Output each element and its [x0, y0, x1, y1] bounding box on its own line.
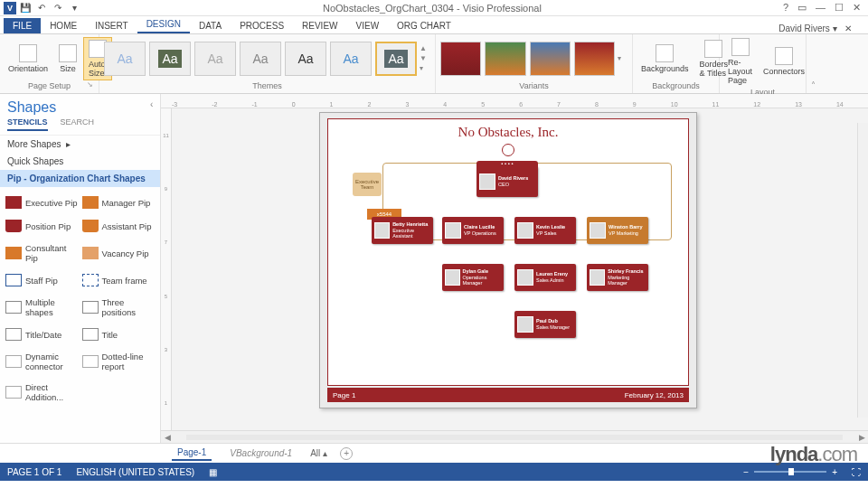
shapes-panel: Shapes ‹ STENCILS SEARCH More Shapes ▸ Q…: [0, 94, 161, 443]
shape-master[interactable]: Position Pip: [4, 214, 80, 238]
minimize-icon[interactable]: —: [816, 2, 826, 14]
shape-master[interactable]: Manager Pip: [80, 191, 157, 214]
shape-master[interactable]: Dynamic connector: [4, 346, 80, 377]
shape-master-icon: [82, 220, 99, 232]
photo-placeholder: [517, 222, 533, 239]
node-vp[interactable]: Kevin LeslieVP Sales: [514, 217, 576, 244]
node-ceo[interactable]: David RiversCEO: [476, 166, 538, 197]
variant-gallery-more-icon[interactable]: ▾: [618, 54, 621, 62]
quick-shapes[interactable]: Quick Shapes: [0, 153, 160, 170]
status-language[interactable]: ENGLISH (UNITED STATES): [76, 467, 194, 477]
shape-master[interactable]: Multiple shapes: [4, 292, 80, 323]
theme-item[interactable]: Aa: [330, 42, 372, 76]
qat-undo-icon[interactable]: ↶: [34, 2, 49, 14]
macro-record-icon[interactable]: ▦: [209, 467, 217, 477]
qat-save-icon[interactable]: 💾: [18, 2, 33, 14]
theme-item[interactable]: Aa: [104, 42, 146, 76]
connectors-button[interactable]: Connectors: [759, 45, 809, 78]
scrollbar-vertical[interactable]: [857, 123, 868, 418]
qat-customize-icon[interactable]: ▾: [67, 2, 81, 14]
variant-item[interactable]: [485, 42, 525, 76]
shapes-collapse-icon[interactable]: ‹: [150, 99, 153, 109]
node-manager[interactable]: Lauren ErenySales Admin: [514, 264, 576, 291]
shape-master[interactable]: Title: [80, 323, 157, 346]
help-icon[interactable]: ?: [783, 2, 788, 14]
shape-master-icon: [82, 196, 99, 209]
node-assistant[interactable]: Betty HenriettaExecutive Assistant: [372, 217, 433, 244]
theme-item-selected[interactable]: Aa: [375, 42, 417, 76]
shapes-tab-stencils[interactable]: STENCILS: [7, 117, 48, 131]
shape-master-icon: [5, 355, 22, 368]
photo-placeholder: [590, 222, 606, 239]
variant-item[interactable]: [574, 42, 615, 76]
tab-review[interactable]: REVIEW: [293, 18, 346, 33]
shape-master[interactable]: Dotted-line report: [80, 346, 157, 377]
backgrounds-button[interactable]: Backgrounds: [637, 42, 693, 75]
tab-data[interactable]: DATA: [190, 18, 231, 33]
tab-home[interactable]: HOME: [41, 18, 86, 33]
status-bar: PAGE 1 OF 1 ENGLISH (UNITED STATES) ▦ −+…: [0, 463, 868, 481]
shape-master-label: Three positions: [102, 297, 156, 317]
more-shapes[interactable]: More Shapes ▸: [0, 136, 160, 153]
tab-view[interactable]: VIEW: [347, 18, 389, 33]
add-page-icon[interactable]: +: [340, 447, 353, 460]
theme-gallery-down-icon[interactable]: ▼: [420, 54, 430, 62]
fit-page-icon[interactable]: ⛶: [852, 467, 861, 477]
shape-master-label: Executive Pip: [25, 198, 78, 208]
group-backgrounds: Backgrounds: [637, 80, 715, 91]
theme-gallery-up-icon[interactable]: ▲: [420, 44, 430, 52]
shape-master-icon: [82, 355, 99, 368]
photo-placeholder: [445, 269, 460, 286]
shape-master[interactable]: Executive Pip: [4, 191, 80, 214]
page-tab-vbackground[interactable]: VBackground-1: [224, 446, 297, 460]
scrollbar-horizontal[interactable]: ◀▶: [161, 430, 868, 443]
shapes-tab-search[interactable]: SEARCH: [61, 117, 95, 131]
tab-process[interactable]: PROCESS: [231, 18, 293, 33]
node-manager[interactable]: Shirley FrancisMarketing Manager: [587, 264, 648, 291]
page-tab-all[interactable]: All ▴: [310, 448, 327, 458]
shape-master[interactable]: Direct Addition...: [4, 377, 80, 408]
node-manager[interactable]: Dylan GaleOperations Manager: [442, 264, 504, 291]
shape-master[interactable]: Consultant Pip: [4, 238, 80, 268]
shape-master-label: Consultant Pip: [25, 243, 79, 263]
shape-master-icon: [82, 274, 99, 286]
close-icon[interactable]: ✕: [853, 2, 861, 14]
shape-master-label: Direct Addition...: [25, 382, 79, 402]
tab-file[interactable]: FILE: [4, 18, 41, 33]
variant-item[interactable]: [530, 42, 571, 76]
tab-design[interactable]: DESIGN: [137, 16, 190, 33]
relayout-button[interactable]: Re-Layout Page: [723, 36, 757, 87]
shape-master-icon: [5, 220, 22, 232]
shape-master[interactable]: Team frame: [80, 268, 157, 292]
page-setup-dialog-icon[interactable]: ↘: [87, 80, 93, 89]
maximize-icon[interactable]: ☐: [835, 2, 844, 14]
shape-master[interactable]: Assistant Pip: [80, 214, 157, 238]
status-page[interactable]: PAGE 1 OF 1: [7, 467, 61, 477]
collapse-ribbon-icon[interactable]: ˄: [807, 34, 819, 93]
orientation-button[interactable]: Orientation: [4, 42, 52, 75]
page-tab-1[interactable]: Page-1: [172, 446, 212, 461]
node-vp[interactable]: Winston BarryVP Marketing: [587, 217, 648, 244]
shape-master[interactable]: Vacancy Pip: [80, 238, 157, 268]
signed-in-user[interactable]: David Rivers ▾ ✕: [778, 23, 868, 33]
theme-item[interactable]: Aa: [240, 42, 281, 76]
zoom-slider[interactable]: −+: [743, 467, 837, 477]
shape-master[interactable]: Title/Date: [4, 323, 80, 346]
shape-master-icon: [82, 247, 99, 259]
drawing-page[interactable]: No Obstacles, Inc. Executive Team x5544 …: [319, 112, 697, 408]
theme-item[interactable]: Aa: [149, 42, 191, 76]
tab-orgchart[interactable]: ORG CHART: [388, 18, 460, 33]
theme-gallery-more-icon[interactable]: ▾: [420, 64, 430, 72]
size-button[interactable]: Size: [54, 42, 81, 75]
variant-item[interactable]: [440, 42, 481, 76]
ribbon-display-icon[interactable]: ▭: [797, 2, 807, 14]
shape-master[interactable]: Staff Pip: [4, 268, 80, 292]
node-vp[interactable]: Claire LucilleVP Operations: [442, 217, 504, 244]
theme-item[interactable]: Aa: [285, 42, 326, 76]
stencil-current[interactable]: Pip - Organization Chart Shapes: [0, 170, 160, 187]
qat-redo-icon[interactable]: ↷: [51, 2, 65, 14]
shape-master[interactable]: Three positions: [80, 292, 157, 323]
node-staff[interactable]: Paul DubSales Manager: [514, 311, 576, 338]
tab-insert[interactable]: INSERT: [86, 18, 137, 33]
theme-item[interactable]: Aa: [194, 42, 236, 76]
